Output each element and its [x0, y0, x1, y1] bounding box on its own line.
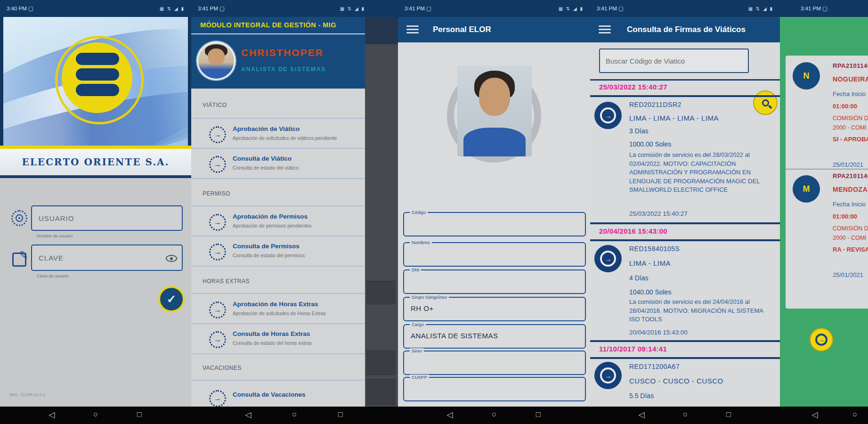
screenshot-icon: ▢ [822, 6, 827, 11]
status-bar: 3:41 PM ▢ ▦ ⇅ ◢ ▮ [590, 0, 780, 17]
field-cargo[interactable]: Cargo ANALISTA DE SISTEMAS [403, 324, 586, 349]
firma-date: 25/01/2021 [833, 271, 863, 278]
login-button[interactable]: ✓ [158, 286, 185, 312]
profile-name: CHRISTHOPER [241, 47, 324, 58]
status-bar: 3:41 PM ▢ [780, 0, 868, 17]
comision-line: COMISIÓN DE [833, 115, 868, 122]
firma-name: NOGUEIRA [833, 75, 868, 83]
brand-banner [3, 17, 188, 146]
home-button[interactable]: ○ [89, 410, 103, 419]
password-helper: Clave de usuario [37, 274, 69, 278]
status-time: 3:41 PM ▢ [198, 5, 225, 12]
field-dni[interactable]: DNI [403, 269, 586, 294]
search-field[interactable] [599, 49, 749, 73]
app-version: MIG - ELOR v1.0.1 [9, 392, 46, 397]
logo-bar [76, 84, 119, 96]
check-icon: ✓ [167, 293, 176, 306]
search-button[interactable] [753, 90, 778, 115]
page-title: Consulta de Firmas de Viáticos [627, 25, 746, 34]
status-icons: ▦ ⇅ ◢ ▮ [748, 6, 773, 11]
back-button[interactable]: ◁ [241, 410, 255, 420]
status-badge: RA - REVISADO [833, 246, 868, 253]
username-field[interactable] [31, 205, 183, 231]
field-codigo[interactable]: Código [403, 212, 586, 236]
group-date: 11/10/2017 09:14:41 [599, 345, 667, 353]
comision-line: 2000 - COMI [833, 235, 867, 241]
search-input[interactable] [600, 49, 748, 72]
home-button[interactable]: ○ [287, 410, 301, 419]
edit-icon: ✎ [12, 253, 26, 267]
arrow-circle-icon: → [594, 362, 622, 389]
status-time: 3:41 PM ▢ [597, 5, 624, 12]
logo-bar [76, 68, 119, 81]
menu-icon[interactable] [599, 25, 611, 34]
firma-code: RPA2101140 [833, 172, 868, 179]
username-helper: Nombre de usuario [37, 234, 73, 238]
arrow-circle-icon: → [209, 390, 226, 407]
arrow-circle-icon: → [209, 126, 226, 143]
recents-button[interactable]: □ [722, 410, 736, 419]
group-date: 20/04/2016 15:43:00 [599, 227, 667, 235]
field-sexo[interactable]: Sexo [403, 351, 586, 375]
field-nombres[interactable]: Nombres [403, 242, 586, 267]
comision-line: COMISIÓN DE [833, 225, 868, 232]
drawer-title: MÓDULO INTEGRAL DE GESTIÓN - MIG [200, 21, 336, 29]
panel-firmas-detalle: 3:41 PM ▢ N RPA2101140 NOGUEIRA Fecha In… [780, 0, 868, 424]
recents-button[interactable]: □ [531, 410, 545, 419]
status-icons: ▦ ⇅ ◢ ▮ [340, 6, 365, 11]
firmas-card-list: N RPA2101140 NOGUEIRA Fecha Inicio 01:00… [786, 56, 868, 309]
password-field[interactable] [31, 245, 183, 271]
app-header: Personal ELOR [398, 17, 590, 42]
back-button[interactable]: ◁ [808, 410, 822, 420]
recents-button[interactable]: □ [333, 410, 348, 419]
header-underline [191, 33, 365, 34]
screenshot-icon: ▢ [219, 6, 225, 11]
firma-code: RPA2101140 [833, 62, 868, 69]
search-icon [762, 99, 769, 106]
yellow-divider [0, 146, 191, 149]
dimmed-background [365, 17, 398, 407]
profile-avatar[interactable] [197, 41, 235, 80]
arrow-circle-icon: → [209, 331, 226, 348]
menu-section-permiso: PERMISO [203, 190, 230, 197]
back-button[interactable]: ◁ [45, 410, 59, 420]
app-header: Consulta de Firmas de Viáticos [590, 17, 780, 42]
password-input[interactable] [32, 245, 182, 270]
status-badge: SI - APROBADO [833, 136, 868, 143]
page-title: Personal ELOR [433, 25, 491, 34]
username-input[interactable] [32, 206, 182, 230]
status-icons: ▦ ⇅ ◢ ▮ [559, 6, 584, 11]
arrow-circle-icon: → [594, 102, 622, 129]
status-time: 3:40 PM ▢ [7, 5, 33, 12]
field-grupo-sanguineo[interactable]: Grupo Sanguíneo RH O+ [403, 297, 586, 321]
drawer-menu: VIÁTICO → Aprobación de Viático Aprobaci… [191, 89, 365, 407]
user-icon [11, 210, 27, 226]
screenshot-icon: ▢ [28, 6, 33, 11]
show-password-icon[interactable] [166, 255, 177, 262]
back-button[interactable]: ◁ [443, 410, 457, 420]
back-button[interactable]: ◁ [634, 410, 649, 420]
home-button[interactable]: ○ [848, 410, 862, 419]
recents-button[interactable]: □ [132, 410, 146, 419]
home-button[interactable]: ○ [487, 410, 501, 419]
fecha-label: Fecha Inicio [833, 90, 866, 98]
arrow-circle-icon: → [815, 334, 827, 346]
firma-date: 25/01/2021 [833, 161, 863, 168]
arrow-circle-icon: → [209, 302, 226, 318]
status-time: 3:41 PM ▢ [405, 5, 431, 12]
comision-line: 2000 - COMI [833, 124, 867, 131]
avatar: M [793, 175, 820, 203]
action-button[interactable]: → [810, 328, 833, 351]
field-cuspp[interactable]: CUSPP [403, 377, 586, 401]
panel-firmas: 3:41 PM ▢ ▦ ⇅ ◢ ▮ Consulta de Firmas de … [590, 0, 780, 424]
panel-personal: 3:41 PM ▢ ▦ ⇅ ◢ ▮ Personal ELOR Código N… [398, 0, 590, 424]
home-button[interactable]: ○ [678, 410, 692, 419]
hora: 01:00:00 [833, 103, 857, 110]
firmas-content: 25/03/2022 15:40:27 → RED20211DSR2 LIMA … [590, 42, 780, 407]
status-icons: ▦ ⇅ ◢ ▮ [160, 6, 185, 11]
menu-icon[interactable] [406, 25, 419, 34]
status-bar: 3:41 PM ▢ ▦ ⇅ ◢ ▮ [398, 0, 590, 17]
hora: 01:00:00 [833, 213, 857, 220]
screenshot-icon: ▢ [426, 6, 431, 11]
menu-section-viatico: VIÁTICO [203, 102, 227, 108]
